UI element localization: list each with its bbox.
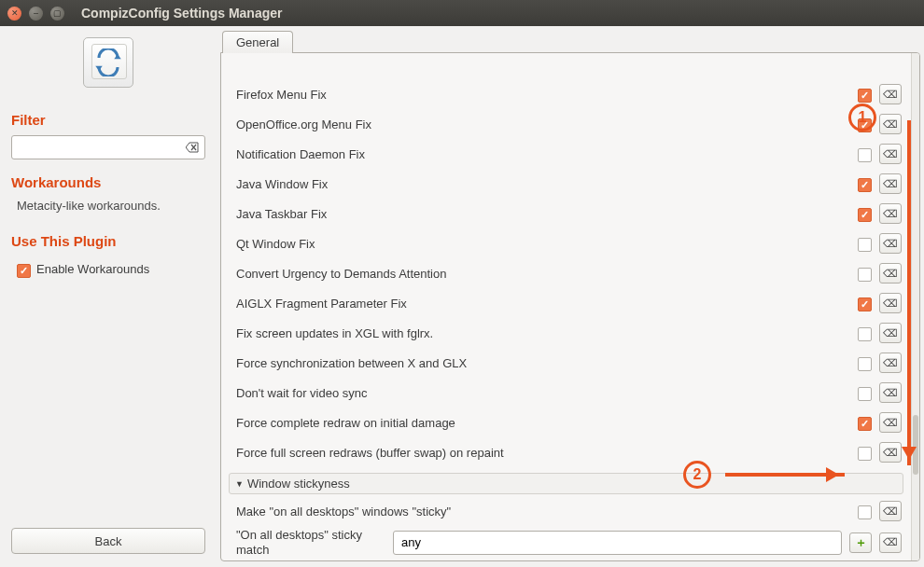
option-label: Convert Urgency to Demands Attention (236, 267, 850, 281)
option-label: Java Window Fix (236, 177, 850, 191)
option-row: Firefox Menu Fix⌫ (221, 79, 911, 109)
option-label: Qt Window Fix (236, 237, 850, 251)
option-checkbox[interactable] (858, 387, 872, 401)
window-title: CompizConfig Settings Manager (81, 6, 282, 21)
option-checkbox[interactable] (858, 327, 872, 341)
plugin-icon (83, 37, 133, 88)
option-row-sticky-make: Make "on all desktops" windows "sticky" … (221, 496, 911, 526)
option-row: Force complete redraw on initial damage⌫ (221, 408, 911, 437)
scrollbar[interactable] (911, 53, 919, 560)
option-row: Java Taskbar Fix⌫ (221, 199, 911, 228)
disclosure-triangle-icon: ▼ (235, 479, 244, 489)
svg-marker-0 (114, 54, 121, 59)
option-label: OpenOffice.org Menu Fix (236, 118, 850, 131)
reset-button[interactable]: ⌫ (879, 382, 902, 403)
window-maximize-button[interactable]: ▢ (50, 7, 64, 21)
reset-button[interactable]: ⌫ (879, 532, 902, 553)
section-window-stickyness[interactable]: ▼ Window stickyness (229, 473, 903, 494)
plugin-description: Metacity-like workarounds. (17, 198, 205, 214)
option-checkbox[interactable] (858, 89, 872, 103)
reset-button[interactable]: ⌫ (879, 84, 902, 104)
reset-button[interactable]: ⌫ (879, 353, 902, 373)
add-match-button[interactable]: ＋ (849, 532, 872, 553)
option-label: Java Taskbar Fix (236, 207, 850, 221)
reset-button[interactable]: ⌫ (879, 323, 902, 343)
option-checkbox[interactable] (858, 178, 872, 192)
option-row: Java Window Fix⌫ (221, 169, 911, 199)
clear-filter-icon[interactable] (184, 139, 201, 156)
svg-marker-1 (95, 66, 103, 71)
enable-workarounds-label: Enable Workarounds (36, 262, 149, 278)
window-minimize-button[interactable]: – (29, 7, 43, 21)
window-titlebar: ✕ – ▢ CompizConfig Settings Manager (0, 0, 924, 26)
workarounds-heading: Workarounds (11, 174, 205, 190)
option-row: Fix screen updates in XGL with fglrx.⌫ (221, 318, 911, 348)
enable-workarounds-checkbox[interactable] (17, 264, 31, 278)
reset-button[interactable]: ⌫ (879, 114, 902, 134)
reset-button[interactable]: ⌫ (879, 293, 902, 313)
reset-button[interactable]: ⌫ (879, 233, 902, 254)
option-row: Convert Urgency to Demands Attention⌫ (221, 258, 911, 288)
option-checkbox[interactable] (858, 208, 872, 222)
main-panel: General x Firefox Menu Fix⌫OpenOffice.or… (217, 26, 924, 567)
option-row: Notification Daemon Fix⌫ (221, 139, 911, 169)
option-checkbox[interactable] (858, 238, 872, 252)
option-row: Qt Window Fix⌫ (221, 228, 911, 258)
option-row: AIGLX Fragment Parameter Fix⌫ (221, 288, 911, 318)
option-label: Force synchronization between X and GLX (236, 356, 850, 370)
reset-button[interactable]: ⌫ (879, 442, 902, 463)
sticky-make-checkbox[interactable] (858, 505, 872, 519)
reset-button[interactable]: ⌫ (879, 501, 902, 521)
reset-button[interactable]: ⌫ (879, 173, 902, 194)
option-label: Fix screen updates in XGL with fglrx. (236, 326, 850, 340)
use-this-plugin-heading: Use This Plugin (11, 233, 205, 249)
option-label: Don't wait for video sync (236, 386, 850, 400)
option-label: Firefox Menu Fix (236, 88, 850, 102)
option-row: OpenOffice.org Menu Fix⌫ (221, 109, 911, 139)
scrollbar-thumb[interactable] (913, 415, 918, 475)
reset-button[interactable]: ⌫ (879, 412, 902, 433)
options-scroll-area[interactable]: x Firefox Menu Fix⌫OpenOffice.org Menu F… (221, 53, 911, 560)
filter-input[interactable] (18, 141, 184, 155)
option-checkbox[interactable] (858, 148, 872, 162)
option-checkbox[interactable] (858, 268, 872, 282)
option-checkbox[interactable] (858, 357, 872, 371)
option-row-cut: x (221, 57, 911, 79)
option-row: Force full screen redraws (buffer swap) … (221, 437, 911, 467)
back-button[interactable]: Back (11, 528, 205, 554)
sticky-match-input[interactable] (393, 531, 842, 555)
reset-button[interactable]: ⌫ (879, 144, 902, 164)
option-checkbox[interactable] (858, 417, 872, 431)
reset-button[interactable]: ⌫ (879, 263, 902, 284)
option-row-sticky-match: "On all desktops" sticky match ＋ ⌫ (221, 526, 911, 559)
window-close-button[interactable]: ✕ (7, 7, 21, 21)
option-checkbox[interactable] (858, 297, 872, 311)
reset-button[interactable]: ⌫ (879, 203, 902, 224)
option-label: AIGLX Fragment Parameter Fix (236, 297, 850, 311)
filter-heading: Filter (11, 112, 205, 128)
option-row: Force synchronization between X and GLX⌫ (221, 348, 911, 378)
option-checkbox[interactable] (858, 447, 872, 461)
option-checkbox[interactable] (858, 118, 872, 132)
option-label: Notification Daemon Fix (236, 147, 850, 161)
option-label: Force full screen redraws (buffer swap) … (236, 446, 850, 460)
tab-general[interactable]: General (222, 31, 293, 53)
filter-input-container[interactable] (11, 135, 205, 159)
sidebar: Filter Workarounds Metacity-like workaro… (0, 26, 217, 567)
option-row: Don't wait for video sync⌫ (221, 378, 911, 408)
option-label: Force complete redraw on initial damage (236, 416, 850, 430)
